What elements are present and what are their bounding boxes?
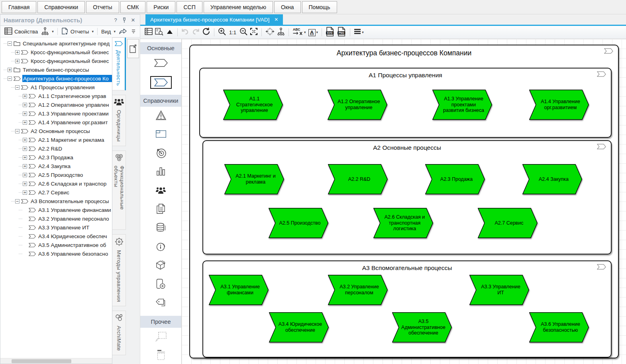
- share-button[interactable]: [117, 27, 129, 36]
- zoom-out-button[interactable]: [238, 27, 249, 37]
- tree-expander[interactable]: −: [8, 41, 12, 46]
- palette-item-indicator[interactable]: [140, 163, 181, 182]
- tree-item[interactable]: +А2.7 Сервис: [0, 188, 112, 197]
- diagram-tab[interactable]: Архитектура бизнес-процессов Компании [V…: [145, 14, 283, 25]
- tree-item[interactable]: А3.5 Административное об: [0, 241, 112, 249]
- palette-item-product[interactable]: [140, 256, 181, 275]
- vad-process-shape[interactable]: А3.5 Административное обеспечение: [392, 312, 452, 342]
- vad-process-shape[interactable]: А1.3 Управление проектами развития бизне…: [432, 90, 492, 120]
- vad-process-shape[interactable]: А2.4 Закупка: [522, 164, 582, 194]
- refresh-button[interactable]: [201, 27, 212, 37]
- vad-process-shape[interactable]: А3.2 Управление персоналом: [328, 275, 388, 305]
- font-style-button[interactable]: A▾: [307, 27, 320, 37]
- tab-close-icon[interactable]: ✕: [274, 17, 278, 22]
- tree-item[interactable]: +Кросс-функциональный бизнес: [0, 48, 112, 57]
- tree-item[interactable]: А3.6 Управление безопасно: [0, 249, 112, 258]
- tree-item[interactable]: А3.4 Юридическое обеспеч: [0, 232, 112, 241]
- reports-button[interactable]: Отчеты▾: [60, 27, 95, 37]
- properties-grid-button[interactable]: [143, 27, 154, 37]
- hierarchy-button[interactable]: ▾: [39, 26, 55, 37]
- section-tab-Методы управления[interactable]: Методы управления: [112, 234, 126, 306]
- vad-process-shape[interactable]: А2.7 Сервис: [478, 208, 538, 238]
- tree-item[interactable]: +А1.1 Стратегическое управ: [0, 92, 112, 100]
- palette-item-database[interactable]: [140, 219, 181, 238]
- png-file-button[interactable]: PNG: [336, 27, 347, 37]
- properties-button[interactable]: Свойства: [3, 27, 39, 37]
- tree-item[interactable]: +А1.2 Оперативное управлен: [0, 100, 112, 109]
- menu-item-СМК[interactable]: СМК: [120, 1, 146, 13]
- tree-item[interactable]: −А3 Вспомогательные процессы: [0, 197, 112, 205]
- tree-expander[interactable]: +: [8, 68, 12, 72]
- tree-item[interactable]: +А2.6 Складская и транспор: [0, 179, 112, 188]
- palette-item-documents[interactable]: [140, 200, 181, 219]
- tree-expander[interactable]: +: [23, 94, 27, 98]
- section-tab-ArchiMate[interactable]: ArchiMate: [112, 311, 126, 355]
- menu-item-Окна[interactable]: Окна: [274, 1, 301, 13]
- palette-item-term[interactable]: [140, 294, 181, 313]
- tree-expander[interactable]: −: [15, 199, 20, 204]
- palette-item-window[interactable]: [140, 125, 181, 144]
- vad-process-shape[interactable]: А3.6 Управление безопасностью: [529, 312, 589, 342]
- vad-process-shape[interactable]: А2.3 Продажа: [425, 164, 485, 194]
- tree-expander[interactable]: +: [23, 103, 27, 107]
- fit-screen-button[interactable]: [249, 27, 259, 37]
- toolbar-overflow-button[interactable]: [130, 27, 137, 36]
- zoom-in-button[interactable]: [217, 27, 227, 37]
- find-on-diagram-button[interactable]: [154, 27, 165, 37]
- tree-expander[interactable]: +: [23, 190, 27, 195]
- palette-item-software[interactable]: [140, 275, 181, 294]
- palette-item-goal[interactable]: [140, 144, 181, 163]
- view-button[interactable]: Вид▾: [100, 28, 117, 35]
- palette-item-vad-process-selected[interactable]: [140, 73, 181, 92]
- section-tab-Оргединицы[interactable]: Оргединицы: [112, 95, 126, 146]
- tree-layout-button[interactable]: [276, 27, 286, 37]
- svg-file-button[interactable]: SVG: [324, 27, 336, 37]
- tree-item[interactable]: +А2.3 Продажа: [0, 153, 112, 162]
- vad-process-shape[interactable]: А2.6 Складская и транспортная логистика: [373, 208, 433, 238]
- tree-item[interactable]: +А2.5 Произодство: [0, 170, 112, 179]
- tree-expander[interactable]: +: [23, 112, 27, 116]
- abc-rename-button[interactable]: ABC▾: [291, 27, 307, 37]
- vad-process-shape[interactable]: А3.1 Управление финансами: [209, 275, 269, 305]
- tree-item[interactable]: −Специальные архитектурные пред: [0, 39, 112, 48]
- diagram-canvas[interactable]: Архитектура бизнес-процессов КомпанииА1 …: [182, 39, 626, 364]
- vad-process-shape[interactable]: А3.3 Управление ИТ: [469, 275, 529, 305]
- vad-process-shape[interactable]: А2.1 Маркетинг и реклама: [224, 164, 284, 194]
- menu-item-Управление моделью[interactable]: Управление моделью: [204, 1, 273, 13]
- tree-item[interactable]: −А2 Основные процессы: [0, 127, 112, 135]
- triangle-up-button[interactable]: [165, 27, 175, 37]
- section-tab-Функциональные объекты[interactable]: Функциональные объекты: [112, 151, 126, 230]
- vad-process-shape[interactable]: А2.2 R&D: [328, 164, 388, 194]
- vad-process-shape[interactable]: А1.2 Оперативное управление: [328, 90, 387, 120]
- tree-item[interactable]: +А2.2 R&D: [0, 144, 112, 153]
- tree-item[interactable]: +А2.4 Закупка: [0, 162, 112, 170]
- tree-horizontal-scrollbar[interactable]: [0, 358, 112, 364]
- tree-item[interactable]: +Кросс-функциональный бизнес: [0, 57, 112, 65]
- help-icon[interactable]: ?: [112, 17, 119, 24]
- tree-expander[interactable]: −: [15, 129, 20, 133]
- tree-expander[interactable]: +: [23, 138, 27, 142]
- redo-button[interactable]: [190, 27, 201, 37]
- menu-item-Риски[interactable]: Риски: [147, 1, 175, 13]
- scrollbar-thumb[interactable]: [12, 359, 71, 363]
- tree-expander[interactable]: +: [23, 147, 27, 151]
- palette-item-note[interactable]: [140, 346, 181, 364]
- pin-icon[interactable]: [121, 17, 128, 24]
- tree-expander[interactable]: −: [15, 85, 20, 90]
- palette-item-risk[interactable]: [140, 107, 181, 125]
- vad-process-shape[interactable]: А1.4 Управление орг.развитием: [529, 90, 589, 120]
- vad-process-shape[interactable]: А2.5 Произодство: [269, 208, 328, 238]
- menu-item-Главная[interactable]: Главная: [2, 1, 36, 13]
- undo-button[interactable]: [180, 27, 190, 37]
- menu-item-Справочники[interactable]: Справочники: [37, 1, 85, 13]
- tree-expander[interactable]: +: [23, 120, 27, 125]
- palette-item-info-object[interactable]: [140, 238, 181, 256]
- tree-item[interactable]: А3.2 Управление персонало: [0, 214, 112, 223]
- tree-expander[interactable]: +: [23, 173, 27, 177]
- tree-expander[interactable]: +: [15, 59, 20, 63]
- tree-item[interactable]: +А2.1 Маркетинг и реклама: [0, 135, 112, 144]
- tree-item[interactable]: А3.1 Управление финансами: [0, 205, 112, 214]
- tree-expander[interactable]: +: [23, 164, 27, 168]
- vad-process-shape[interactable]: А1.1 Стратегическое управление: [223, 90, 283, 120]
- palette-item-callout[interactable]: [140, 328, 181, 346]
